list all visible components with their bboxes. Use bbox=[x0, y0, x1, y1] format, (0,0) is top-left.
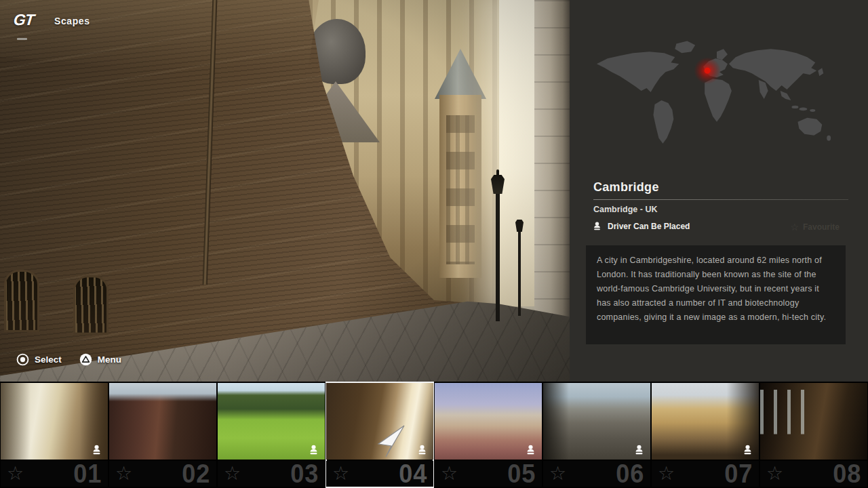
scape-thumbnail-03[interactable]: ☆ 03 bbox=[217, 382, 326, 488]
menu-button[interactable]: Menu bbox=[79, 353, 121, 366]
thumbnail-number: 04 bbox=[399, 460, 427, 488]
driver-label: Driver Can Be Placed bbox=[608, 222, 690, 231]
star-icon[interactable]: ☆ bbox=[766, 464, 783, 483]
driver-icon bbox=[416, 444, 428, 455]
star-icon[interactable]: ☆ bbox=[549, 464, 566, 483]
scape-thumbnail-04-selected[interactable]: ☆ 04 bbox=[326, 382, 434, 488]
scape-thumbnail-02[interactable]: ☆ 02 bbox=[108, 382, 217, 488]
thumbnail-number: 03 bbox=[290, 460, 319, 488]
scapes-screen: GT Scapes 22:35 Select Menu bbox=[0, 0, 868, 488]
star-icon[interactable]: ☆ bbox=[7, 464, 24, 483]
driver-icon bbox=[91, 444, 102, 455]
thumbnail-number: 07 bbox=[724, 460, 753, 488]
gt-logo-icon: GT bbox=[13, 11, 35, 29]
scape-photo-cambridge bbox=[0, 0, 570, 382]
circle-button-icon bbox=[16, 353, 29, 366]
thumbnail-number: 05 bbox=[507, 460, 536, 488]
thumbnail-image bbox=[543, 383, 650, 460]
driver-icon bbox=[633, 444, 645, 455]
thumbnail-footer: ☆ 07 bbox=[652, 461, 759, 487]
scape-thumbnail-strip: ☆ 01 ☆ 02 ☆ 03 ☆ bbox=[0, 382, 868, 488]
driver-icon bbox=[308, 444, 319, 455]
select-button[interactable]: Select bbox=[16, 353, 62, 366]
world-map bbox=[585, 26, 854, 167]
button-hints: Select Menu bbox=[16, 353, 121, 366]
star-icon[interactable]: ☆ bbox=[115, 464, 132, 483]
thumbnail-image bbox=[326, 383, 433, 460]
thumbnail-image bbox=[760, 383, 867, 460]
thumbnail-footer: ☆ 08 bbox=[760, 461, 867, 487]
driver-icon bbox=[742, 444, 753, 455]
location-info-panel: Cambridge Cambridge - UK Driver Can Be P… bbox=[570, 0, 868, 382]
thumbnail-image bbox=[652, 383, 759, 460]
scape-thumbnail-08[interactable]: ☆ 08 bbox=[760, 382, 868, 488]
thumbnail-footer: ☆ 01 bbox=[1, 461, 108, 487]
thumbnail-footer: ☆ 05 bbox=[435, 461, 542, 487]
thumbnail-number: 08 bbox=[833, 460, 861, 488]
triangle-button-icon bbox=[79, 353, 92, 366]
thumbnail-footer: ☆ 03 bbox=[218, 461, 325, 487]
scape-thumbnail-07[interactable]: ☆ 07 bbox=[651, 382, 760, 488]
select-label: Select bbox=[35, 354, 62, 365]
menu-label: Menu bbox=[98, 354, 121, 365]
thumbnail-image bbox=[435, 383, 542, 460]
map-marker bbox=[705, 68, 711, 74]
thumbnail-footer: ☆ 06 bbox=[543, 461, 650, 487]
thumbnail-number: 01 bbox=[73, 460, 102, 488]
driver-can-be-placed-badge: Driver Can Be Placed bbox=[592, 221, 690, 231]
thumbnail-number: 06 bbox=[616, 460, 644, 488]
logo-underline bbox=[17, 38, 27, 40]
star-icon[interactable]: ☆ bbox=[332, 464, 349, 483]
location-description: A city in Cambridgeshire, located around… bbox=[597, 253, 835, 325]
scape-thumbnail-01[interactable]: ☆ 01 bbox=[0, 382, 108, 488]
location-subtitle: Cambridge - UK bbox=[593, 205, 657, 214]
thumbnail-number: 02 bbox=[182, 460, 210, 488]
star-icon: ☆ bbox=[790, 222, 799, 232]
location-title: Cambridge bbox=[593, 180, 659, 195]
vignette-overlay bbox=[0, 0, 570, 382]
favourite-label: Favourite bbox=[803, 222, 840, 232]
star-icon[interactable]: ☆ bbox=[441, 464, 458, 483]
driver-icon bbox=[525, 444, 536, 455]
driver-icon bbox=[592, 221, 602, 231]
thumbnail-footer: ☆ 04 bbox=[326, 461, 433, 487]
star-icon[interactable]: ☆ bbox=[224, 464, 241, 483]
location-description-box: A city in Cambridgeshire, located around… bbox=[586, 245, 846, 344]
thumbnail-image bbox=[109, 383, 216, 460]
thumbnail-footer: ☆ 02 bbox=[109, 461, 216, 487]
thumbnail-image bbox=[1, 383, 108, 460]
scape-thumbnail-06[interactable]: ☆ 06 bbox=[542, 382, 651, 488]
thumbnail-image bbox=[218, 383, 325, 460]
page-title: Scapes bbox=[54, 16, 90, 26]
favourite-button[interactable]: ☆ Favourite bbox=[790, 222, 840, 232]
title-divider bbox=[593, 199, 848, 200]
scape-thumbnail-05[interactable]: ☆ 05 bbox=[434, 382, 542, 488]
star-icon[interactable]: ☆ bbox=[658, 464, 675, 483]
